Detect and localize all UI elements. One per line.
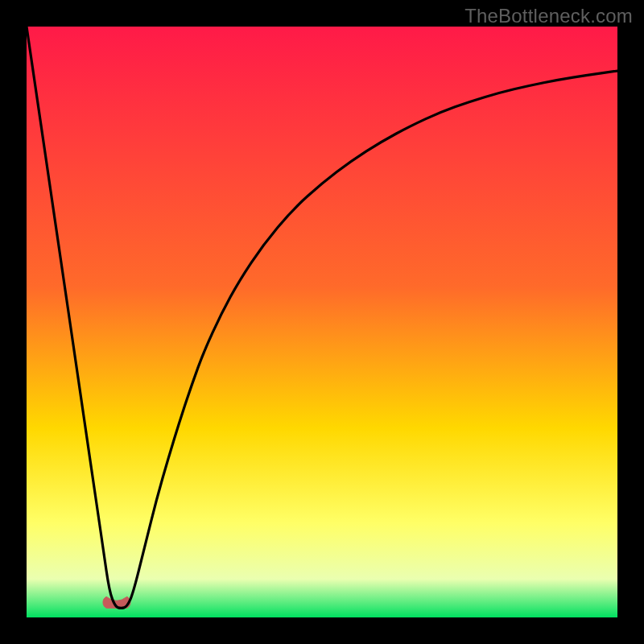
gradient-background	[27, 27, 617, 617]
watermark-text: TheBottleneck.com	[464, 5, 633, 27]
chart-frame: TheBottleneck.com	[0, 0, 644, 644]
bottleneck-chart	[27, 27, 617, 617]
